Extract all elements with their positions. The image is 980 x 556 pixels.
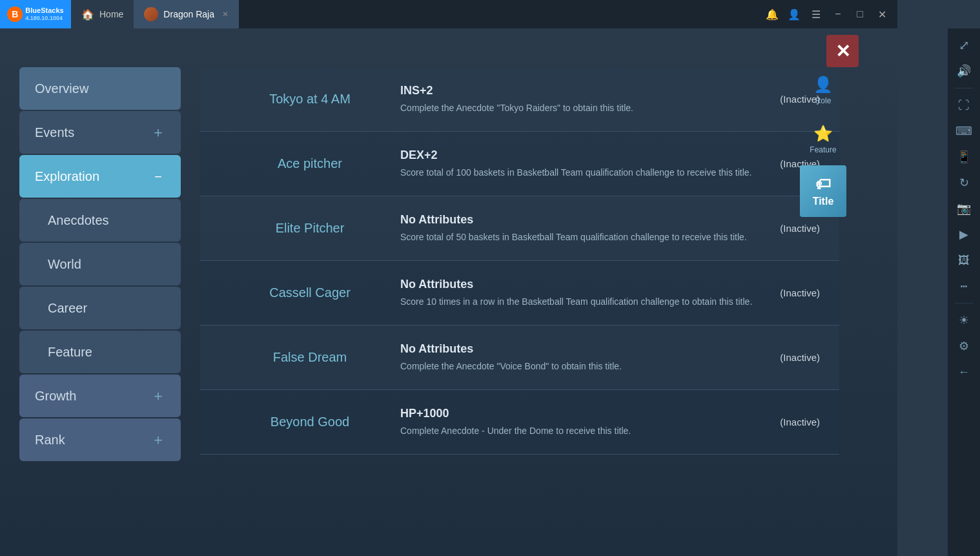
video-button[interactable]: ▶ — [952, 223, 975, 246]
title-row[interactable]: Tokyo at 4 AMINS+2Complete the Anecdote … — [200, 67, 839, 132]
title-icon: 🏷 — [815, 175, 831, 193]
title-desc: Complete the Anecdote "Voice Bond" to ob… — [400, 360, 755, 373]
back-button[interactable]: ← — [952, 360, 975, 384]
more-button[interactable]: ••• — [952, 274, 975, 298]
title-name: Cassell Cager — [219, 285, 400, 300]
volume-button[interactable]: 🔊 — [952, 59, 975, 83]
title-desc: Score 10 times in a row in the Basketbal… — [400, 295, 755, 309]
gallery-button[interactable]: 🖼 — [952, 249, 975, 272]
title-attr: INS+2 — [400, 84, 755, 98]
rotate-button[interactable]: ↻ — [952, 171, 975, 194]
title-bar: B BlueStacks 4.180.10.1004 🏠 Home Dragon… — [0, 0, 897, 28]
title-row[interactable]: Cassell CagerNo AttributesScore 10 times… — [200, 261, 839, 325]
game-tab[interactable]: Dragon Raja ✕ — [134, 0, 239, 28]
title-desc: Score total of 50 baskets in Basketball … — [400, 231, 755, 244]
sidebar-item-events[interactable]: Events ＋ — [19, 111, 181, 154]
title-attr: DEX+2 — [400, 149, 755, 162]
sidebar-item-rank[interactable]: Rank ＋ — [19, 418, 181, 461]
maximize-btn[interactable]: □ — [850, 4, 870, 25]
title-status: (Inactive) — [755, 223, 820, 234]
events-plus-icon: ＋ — [151, 123, 165, 142]
sidebar-item-world[interactable]: World — [19, 243, 181, 285]
keyboard-button[interactable]: ⌨ — [952, 119, 975, 143]
title-details: No AttributesScore 10 times in a row in … — [400, 278, 755, 309]
title-desc: Score total of 100 baskets in Basketball… — [400, 166, 755, 180]
minimize-btn[interactable]: − — [828, 4, 848, 25]
sidebar-item-growth[interactable]: Growth ＋ — [19, 375, 181, 417]
game-area: ✕ Overview Events ＋ Exploration － Anecdo… — [0, 28, 897, 556]
game-avatar — [144, 7, 158, 21]
title-row[interactable]: Ace pitcherDEX+2Score total of 100 baske… — [200, 132, 839, 196]
feature-icon: ⭐ — [813, 125, 833, 143]
menu-btn[interactable]: ☰ — [806, 4, 826, 25]
title-name: Elite Pitcher — [219, 221, 400, 236]
screenshot-button[interactable]: 📷 — [952, 197, 975, 220]
account-btn[interactable]: 👤 — [784, 4, 804, 25]
settings-button[interactable]: ⚙ — [952, 335, 975, 358]
title-details: INS+2Complete the Anecdote "Tokyo Raider… — [400, 84, 755, 115]
fit-button[interactable]: ⛶ — [952, 94, 975, 117]
right-sidebar: ⤢ 🔊 ⛶ ⌨ 📱 ↻ 📷 ▶ 🖼 ••• ☀ ⚙ ← — [948, 28, 980, 556]
title-details: DEX+2Score total of 100 baskets in Baske… — [400, 149, 755, 180]
rank-plus-icon: ＋ — [151, 430, 165, 449]
window-controls: 🔔 👤 ☰ − □ ✕ — [762, 4, 897, 25]
title-details: No AttributesComplete the Anecdote "Voic… — [400, 342, 755, 373]
sidebar-item-overview[interactable]: Overview — [19, 67, 181, 110]
left-sidebar: Overview Events ＋ Exploration － Anecdote… — [19, 67, 181, 462]
title-row[interactable]: Elite PitcherNo AttributesScore total of… — [200, 196, 839, 261]
title-attr: HP+1000 — [400, 407, 755, 420]
close-btn[interactable]: ✕ — [872, 4, 892, 25]
brightness-button[interactable]: ☀ — [952, 309, 975, 332]
content-area: Tokyo at 4 AMINS+2Complete the Anecdote … — [200, 67, 839, 556]
title-desc: Complete the Anecdote "Tokyo Raiders" to… — [400, 101, 755, 115]
title-button[interactable]: 🏷 Title — [800, 165, 846, 217]
tab-close-icon[interactable]: ✕ — [222, 10, 229, 19]
title-name: False Dream — [219, 350, 400, 365]
right-panel: 👤 Role ⭐ Feature 🏷 Title — [797, 67, 849, 217]
title-attr: No Attributes — [400, 278, 755, 291]
phone-button[interactable]: 📱 — [952, 145, 975, 169]
game-close-button[interactable]: ✕ — [826, 35, 859, 67]
role-icon: 👤 — [813, 76, 833, 94]
exploration-minus-icon: － — [151, 167, 165, 186]
title-details: No AttributesScore total of 50 baskets i… — [400, 213, 755, 244]
bluestacks-icon: B — [7, 6, 23, 22]
role-button[interactable]: 👤 Role — [800, 67, 846, 114]
sidebar-item-career[interactable]: Career — [19, 287, 181, 329]
title-attr: No Attributes — [400, 342, 755, 356]
sidebar-item-feature[interactable]: Feature — [19, 331, 181, 373]
app-logo: B BlueStacks 4.180.10.1004 — [0, 0, 71, 28]
title-details: HP+1000Complete Anecdote - Under the Dom… — [400, 407, 755, 438]
title-name: Ace pitcher — [219, 156, 400, 171]
divider-1 — [955, 88, 973, 88]
title-status: (Inactive) — [755, 287, 820, 298]
growth-plus-icon: ＋ — [151, 386, 165, 406]
home-tab[interactable]: 🏠 Home — [71, 0, 134, 28]
title-name: Beyond Good — [219, 415, 400, 429]
divider-2 — [955, 303, 973, 304]
notification-btn[interactable]: 🔔 — [762, 4, 782, 25]
app-name-version: BlueStacks 4.180.10.1004 — [25, 6, 63, 22]
title-status: (Inactive) — [755, 352, 820, 363]
title-row[interactable]: Beyond GoodHP+1000Complete Anecdote - Un… — [200, 390, 839, 455]
title-status: (Inactive) — [755, 417, 820, 427]
title-desc: Complete Anecdote - Under the Dome to re… — [400, 424, 755, 438]
sidebar-item-exploration[interactable]: Exploration － — [19, 155, 181, 198]
title-row[interactable]: False DreamNo AttributesComplete the Ane… — [200, 325, 839, 390]
title-attr: No Attributes — [400, 213, 755, 227]
feature-button[interactable]: ⭐ Feature — [800, 116, 846, 163]
sidebar-item-anecdotes[interactable]: Anecdotes — [19, 199, 181, 242]
title-name: Tokyo at 4 AM — [219, 92, 400, 107]
expand-button[interactable]: ⤢ — [952, 34, 975, 57]
